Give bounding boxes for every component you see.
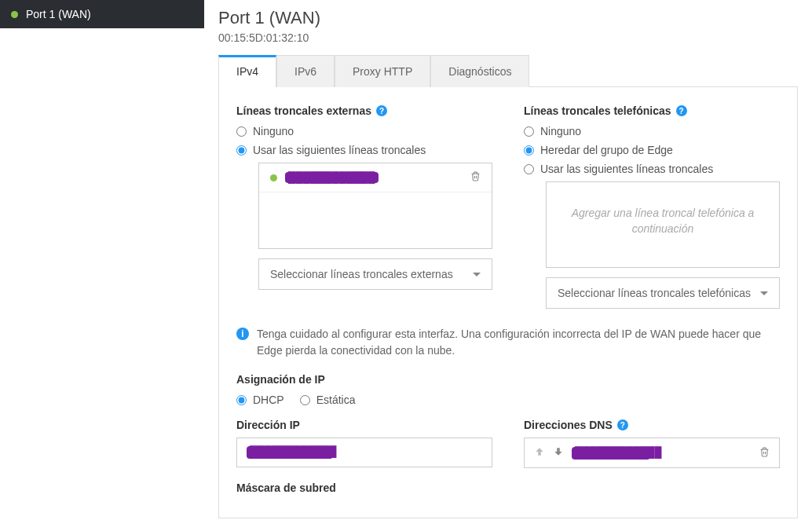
radio-static[interactable]: Estática (300, 394, 356, 406)
phone-trunk-placeholder: Agregar una línea troncal telefónica a c… (547, 182, 779, 260)
radio-input-external-use[interactable] (236, 145, 247, 156)
ip-address-section: Dirección IP ████████████ Máscara de sub… (236, 419, 492, 500)
phone-trunk-list: Agregar una línea troncal telefónica a c… (546, 181, 780, 268)
ip-address-value-redacted: ████████████ (247, 446, 333, 459)
arrow-down-icon[interactable] (553, 446, 564, 460)
sidebar: Port 1 (WAN) (0, 0, 204, 518)
tab-diagnostics[interactable]: Diagnósticos (430, 55, 529, 87)
dns-value-redacted: ████████████ (572, 447, 650, 460)
radio-input-phone-none[interactable] (524, 126, 534, 137)
warning-message: i Tenga cuidado al configurar esta inter… (236, 326, 780, 359)
trash-icon[interactable] (759, 447, 770, 460)
sidebar-item-label: Port 1 (WAN) (26, 8, 91, 20)
trunk-name-redacted: ████████████ (285, 172, 379, 183)
tab-ipv6[interactable]: IPv6 (276, 55, 335, 87)
caret-down-icon (473, 273, 481, 276)
radio-phone-none[interactable]: Ninguno (524, 125, 780, 137)
dns-label: Direcciones DNS ? (524, 419, 780, 431)
tab-proxy-http[interactable]: Proxy HTTP (335, 55, 430, 87)
radio-dhcp[interactable]: DHCP (236, 394, 284, 406)
subnet-label: Máscara de subred (236, 482, 492, 494)
tab-ipv4[interactable]: IPv4 (218, 55, 276, 87)
tab-content: Líneas troncales externas ? Ninguno Usar… (218, 87, 798, 518)
arrow-up-icon[interactable] (534, 446, 545, 460)
select-phone-trunks[interactable]: Seleccionar líneas troncales telefónicas (546, 277, 780, 309)
radio-external-none[interactable]: Ninguno (236, 125, 492, 137)
radio-input-external-none[interactable] (236, 126, 247, 137)
external-trunks-section: Líneas troncales externas ? Ninguno Usar… (236, 104, 492, 309)
main-content: Port 1 (WAN) 00:15:5D:01:32:10 IPv4 IPv6… (204, 0, 812, 518)
dns-section: Direcciones DNS ? ████████████ (524, 419, 780, 500)
phone-trunks-label: Líneas troncales telefónicas ? (524, 104, 780, 117)
ip-address-label: Dirección IP (236, 419, 492, 431)
ip-address-input[interactable]: ████████████ (236, 438, 492, 467)
page-title: Port 1 (WAN) (218, 8, 798, 28)
dns-entry: ████████████ (524, 438, 780, 468)
help-icon[interactable]: ? (676, 105, 687, 116)
external-trunks-label: Líneas troncales externas ? (236, 104, 492, 117)
phone-trunks-section: Líneas troncales telefónicas ? Ninguno H… (524, 104, 780, 309)
mac-address: 00:15:5D:01:32:10 (218, 31, 798, 44)
radio-phone-use[interactable]: Usar las siguientes líneas troncales (524, 163, 780, 175)
radio-input-phone-inherit[interactable] (524, 145, 534, 156)
trash-icon[interactable] (470, 171, 481, 184)
status-dot-icon (270, 174, 277, 181)
tabs: IPv4 IPv6 Proxy HTTP Diagnósticos (218, 55, 798, 87)
radio-input-dhcp[interactable] (236, 395, 247, 405)
external-trunk-item: ████████████ (259, 163, 492, 192)
radio-external-use[interactable]: Usar las siguientes líneas troncales (236, 144, 492, 156)
help-icon[interactable]: ? (617, 419, 628, 430)
info-icon: i (236, 328, 249, 340)
caret-down-icon (760, 291, 768, 295)
help-icon[interactable]: ? (376, 105, 387, 116)
radio-phone-inherit[interactable]: Heredar del grupo de Edge (524, 144, 780, 156)
ip-assignment-label: Asignación de IP (236, 373, 780, 386)
sidebar-item-port1[interactable]: Port 1 (WAN) (0, 0, 204, 28)
external-trunk-list: ████████████ (258, 163, 492, 249)
select-external-trunks[interactable]: Seleccionar líneas troncales externas (258, 258, 492, 290)
radio-input-static[interactable] (300, 395, 310, 405)
radio-input-phone-use[interactable] (524, 164, 534, 174)
status-dot-icon (11, 11, 18, 18)
